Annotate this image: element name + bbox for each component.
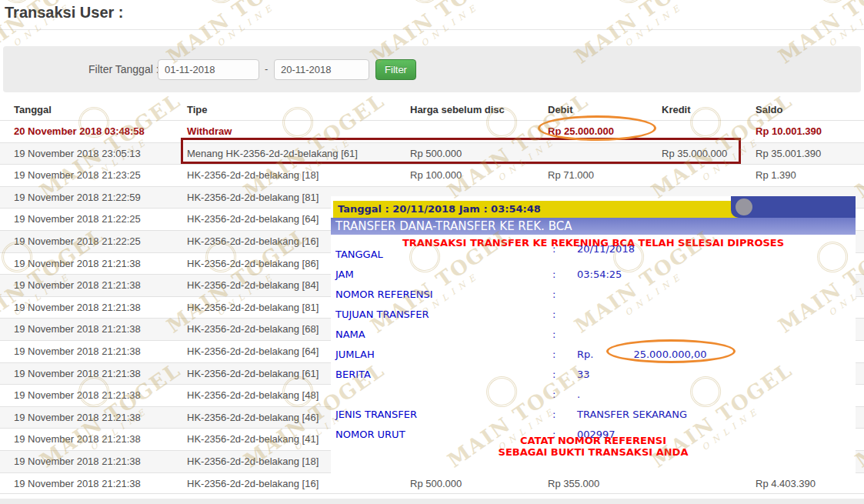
receipt-field-label: BERITA: [331, 365, 552, 385]
column-header: Tanggal: [0, 100, 173, 120]
column-header: Harga sebelum disc: [396, 100, 534, 120]
receipt-field-colon: :: [552, 285, 575, 305]
cell-tanggal: 19 November 2018 21:22:59: [0, 187, 173, 209]
watermark-crest-icon: [199, 0, 242, 9]
receipt-field-row: BERITA:33: [331, 365, 856, 385]
receipt-footer-line2: SEBAGAI BUKTI TRANSAKSI ANDA: [331, 446, 856, 458]
highlight-box-annotation: [181, 138, 741, 164]
page: { "page_title": "Transaksi User :", "fil…: [0, 0, 864, 504]
receipt-field-value: [575, 325, 856, 345]
receipt-field-label: [331, 385, 552, 405]
receipt-field-row: TANGGAL:20/11/2018: [331, 245, 856, 265]
receipt-field-label: TANGGAL: [331, 245, 552, 265]
title-divider: [0, 29, 864, 30]
table-row: 19 November 2018 21:23:25HK-2356-2d-2d-b…: [0, 164, 864, 186]
cell-saldo: Rp 10.001.390: [742, 121, 864, 142]
receipt-field-label: JUMLAH: [331, 345, 552, 365]
cell-debit: Rp 355.000: [534, 473, 648, 494]
cell-debit: Rp 71.000: [534, 165, 648, 186]
receipt-field-row: NOMOR REFERENSI:: [331, 285, 856, 305]
cell-tanggal: 19 November 2018 21:21:38: [0, 341, 173, 362]
transfer-receipt-popup: Tanggal : 20/11/2018 Jam : 03:54:48 TRAN…: [331, 196, 856, 475]
receipt-field-value: .: [575, 385, 856, 405]
cell-tanggal: 19 November 2018 21:23:25: [0, 165, 173, 186]
date-range-separator: -: [265, 46, 268, 92]
cell-tanggal: 19 November 2018 21:21:38: [0, 275, 173, 296]
cell-tanggal: 19 November 2018 21:21:38: [0, 473, 173, 494]
cell-tanggal: 19 November 2018 21:22:25: [0, 231, 173, 252]
receipt-field-colon: :: [552, 265, 575, 285]
receipt-field-row: JAM:03:54:25: [331, 265, 856, 285]
receipt-field-label: JAM: [331, 265, 552, 285]
table-row: 19 November 2018 21:21:38HK-2356-2d-2d-b…: [0, 472, 864, 495]
cell-tanggal: 20 November 2018 03:48:58: [0, 121, 173, 142]
receipt-footer-note: CATAT NOMOR REFERENSI SEBAGAI BUKTI TRAN…: [331, 435, 856, 458]
cell-tanggal: 19 November 2018 23:05:13: [0, 143, 173, 165]
receipt-field-colon: :: [552, 305, 575, 325]
date-to-input[interactable]: [274, 59, 369, 80]
cell-harga: Rp 500.000: [396, 473, 534, 494]
table-header-row: TanggalTipeHarga sebelum discDebitKredit…: [0, 100, 864, 120]
receipt-field-label: NOMOR REFERENSI: [331, 285, 552, 305]
cell-tanggal: 19 November 2018 21:21:38: [0, 451, 173, 472]
amount-circle-annotation: [606, 339, 736, 363]
cell-tanggal: 19 November 2018 21:21:38: [0, 429, 173, 450]
cell-tanggal: 19 November 2018 21:21:38: [0, 297, 173, 319]
column-header: Tipe: [173, 100, 396, 120]
receipt-field-value: 03:54:25: [575, 265, 856, 285]
cell-kredit: [648, 165, 742, 186]
receipt-field-row: NAMA:: [331, 325, 856, 345]
receipt-field-row: JENIS TRANSFER:TRANSFER SEKARANG: [331, 405, 856, 425]
debit-circle-annotation: [538, 115, 656, 141]
receipt-field-value: 33: [575, 365, 856, 385]
receipt-field-label: NAMA: [331, 325, 552, 345]
date-from-input[interactable]: [158, 59, 259, 80]
receipt-field-colon: :: [552, 405, 575, 425]
receipt-field-value: [575, 305, 856, 325]
cell-tanggal: 19 November 2018 21:21:38: [0, 407, 173, 429]
cell-saldo: Rp 1.390: [742, 165, 864, 186]
receipt-field-label: JENIS TRANSFER: [331, 405, 552, 425]
receipt-field-colon: :: [552, 365, 575, 385]
filter-button[interactable]: Filter: [375, 59, 416, 80]
column-header: Saldo: [742, 100, 864, 120]
cell-tanggal: 19 November 2018 21:21:38: [0, 385, 173, 406]
page-title: Transaksi User :: [5, 4, 124, 22]
receipt-field-colon: :: [552, 325, 575, 345]
receipt-field-row: :.: [331, 385, 856, 405]
watermark-crest-icon: [403, 0, 446, 9]
cell-tanggal: 19 November 2018 21:21:38: [0, 253, 173, 275]
receipt-header: TRANSFER DANA-TRANSFER KE REK. BCA: [331, 218, 856, 235]
bottom-strip: [0, 499, 864, 504]
cell-saldo: Rp 4.403.390: [742, 473, 864, 494]
cell-kredit: [648, 473, 742, 494]
cell-tanggal: 19 November 2018 21:21:38: [0, 363, 173, 385]
cell-saldo: Rp 35.001.390: [742, 143, 864, 165]
receipt-field-row: JUMLAH:Rp.25.000.000,00: [331, 345, 856, 365]
receipt-field-row: TUJUAN TRANSFER:: [331, 305, 856, 325]
receipt-corner-logo: [731, 196, 856, 218]
receipt-field-label: TUJUAN TRANSFER: [331, 305, 552, 325]
currency-prefix: Rp.: [577, 349, 593, 360]
watermark-crest-icon: [811, 0, 854, 9]
cell-tipe: HK-2356-2d-2d-belakang [18]: [173, 165, 396, 186]
filter-date-label: Filter Tanggal :: [88, 46, 159, 92]
bank-emblem-icon: [736, 199, 752, 215]
receipt-field-value: TRANSFER SEKARANG: [575, 405, 856, 425]
cell-tanggal: 19 November 2018 21:21:38: [0, 319, 173, 340]
cell-harga: Rp 100.000: [396, 165, 534, 186]
receipt-field-colon: :: [552, 385, 575, 405]
cell-tanggal: 19 November 2018 21:22:25: [0, 209, 173, 230]
receipt-footer-line1: CATAT NOMOR REFERENSI: [331, 435, 856, 446]
cell-tipe: HK-2356-2d-2d-belakang [16]: [173, 473, 396, 494]
receipt-fields: TANGGAL:20/11/2018JAM:03:54:25NOMOR REFE…: [331, 245, 856, 445]
filter-panel: Filter Tanggal : - Filter: [3, 46, 861, 92]
receipt-field-value: [575, 285, 856, 305]
watermark-crest-icon: [607, 0, 650, 9]
column-header: Kredit: [648, 100, 742, 120]
receipt-field-colon: :: [552, 345, 575, 365]
receipt-field-colon: :: [552, 239, 575, 259]
receipt-field-value: 20/11/2018: [575, 239, 856, 259]
